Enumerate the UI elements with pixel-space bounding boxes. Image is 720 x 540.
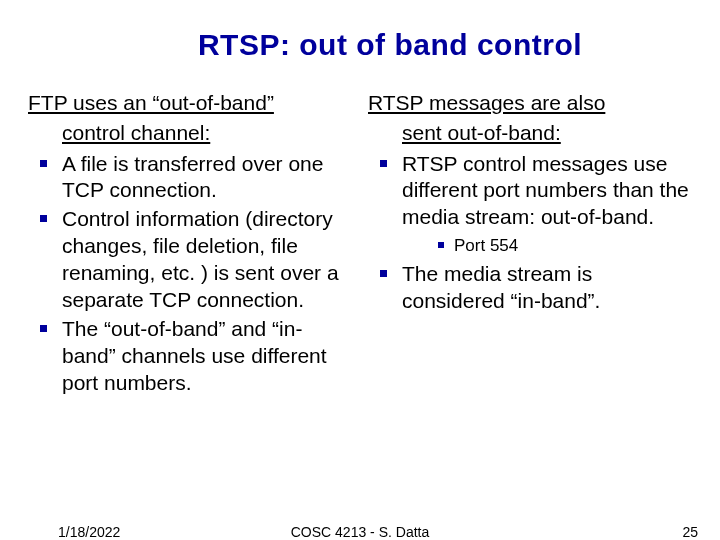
list-item: The media stream is considered “in-band”… (368, 261, 692, 315)
left-bullets: A file is transferred over one TCP conne… (28, 151, 352, 397)
left-lead-line2: control channel: (28, 120, 352, 146)
right-bullets: RTSP control messages use different port… (368, 151, 692, 315)
list-item: Control information (directory changes, … (28, 206, 352, 314)
bullet-text: RTSP control messages use different port… (402, 152, 689, 229)
left-lead-line1: FTP uses an “out-of-band” (28, 90, 352, 116)
sub-list-item: Port 554 (432, 235, 692, 257)
footer-center: COSC 4213 - S. Datta (0, 524, 720, 540)
list-item: A file is transferred over one TCP conne… (28, 151, 352, 205)
slide: RTSP: out of band control FTP uses an “o… (0, 0, 720, 540)
list-item: RTSP control messages use different port… (368, 151, 692, 258)
list-item: The “out-of-band” and “in-band” channels… (28, 316, 352, 397)
right-lead-line2: sent out-of-band: (368, 120, 692, 146)
slide-title: RTSP: out of band control (88, 28, 692, 62)
page-number: 25 (682, 524, 698, 540)
right-lead-line1: RTSP messages are also (368, 90, 692, 116)
left-column: FTP uses an “out-of-band” control channe… (28, 90, 352, 398)
content-columns: FTP uses an “out-of-band” control channe… (28, 90, 692, 398)
right-column: RTSP messages are also sent out-of-band:… (368, 90, 692, 398)
sub-bullets: Port 554 (432, 235, 692, 257)
